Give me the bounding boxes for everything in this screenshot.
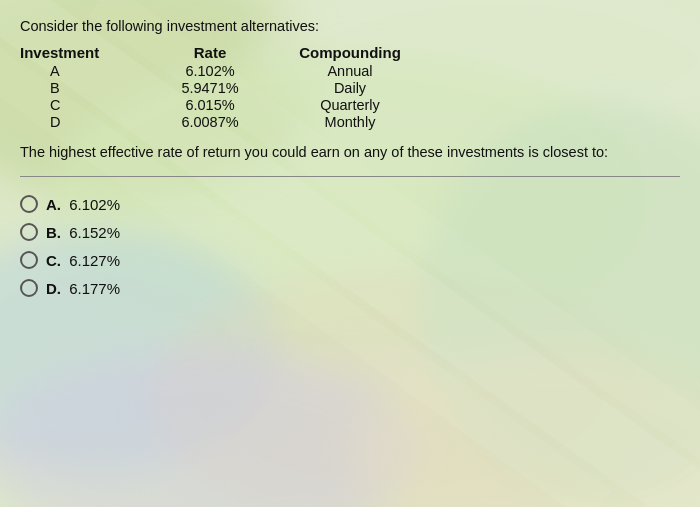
- option-c-label: C. 6.127%: [46, 252, 120, 269]
- option-a[interactable]: A. 6.102%: [20, 195, 680, 213]
- option-a-letter: A.: [46, 196, 61, 213]
- cell-investment-c: C: [20, 97, 150, 113]
- col-header-rate: Rate: [150, 44, 270, 61]
- radio-c[interactable]: [20, 251, 38, 269]
- divider: [20, 176, 680, 177]
- options-list: A. 6.102% B. 6.152% C. 6.127% D. 6.177%: [20, 195, 680, 297]
- option-c-value: 6.127%: [69, 252, 120, 269]
- table-header-row: Investment Rate Compounding: [20, 44, 680, 61]
- radio-d[interactable]: [20, 279, 38, 297]
- table-row: B 5.9471% Daily: [20, 80, 680, 96]
- radio-a[interactable]: [20, 195, 38, 213]
- cell-compounding-b: Daily: [270, 80, 430, 96]
- option-b-label: B. 6.152%: [46, 224, 120, 241]
- main-content: Consider the following investment altern…: [0, 0, 700, 317]
- option-d-label: D. 6.177%: [46, 280, 120, 297]
- cell-investment-b: B: [20, 80, 150, 96]
- col-header-investment: Investment: [20, 44, 150, 61]
- option-d-value: 6.177%: [69, 280, 120, 297]
- cell-investment-a: A: [20, 63, 150, 79]
- option-d-letter: D.: [46, 280, 61, 297]
- option-c-letter: C.: [46, 252, 61, 269]
- option-b-letter: B.: [46, 224, 61, 241]
- col-header-compounding: Compounding: [270, 44, 430, 61]
- option-a-value: 6.102%: [69, 196, 120, 213]
- cell-rate-c: 6.015%: [150, 97, 270, 113]
- option-c[interactable]: C. 6.127%: [20, 251, 680, 269]
- question-text: The highest effective rate of return you…: [20, 142, 680, 162]
- cell-compounding-a: Annual: [270, 63, 430, 79]
- cell-compounding-d: Monthly: [270, 114, 430, 130]
- table-row: C 6.015% Quarterly: [20, 97, 680, 113]
- table-row: A 6.102% Annual: [20, 63, 680, 79]
- option-d[interactable]: D. 6.177%: [20, 279, 680, 297]
- investment-table: Investment Rate Compounding A 6.102% Ann…: [20, 44, 680, 130]
- cell-rate-b: 5.9471%: [150, 80, 270, 96]
- cell-rate-a: 6.102%: [150, 63, 270, 79]
- option-b-value: 6.152%: [69, 224, 120, 241]
- cell-rate-d: 6.0087%: [150, 114, 270, 130]
- cell-compounding-c: Quarterly: [270, 97, 430, 113]
- option-b[interactable]: B. 6.152%: [20, 223, 680, 241]
- radio-b[interactable]: [20, 223, 38, 241]
- option-a-label: A. 6.102%: [46, 196, 120, 213]
- table-row: D 6.0087% Monthly: [20, 114, 680, 130]
- cell-investment-d: D: [20, 114, 150, 130]
- intro-text: Consider the following investment altern…: [20, 18, 680, 34]
